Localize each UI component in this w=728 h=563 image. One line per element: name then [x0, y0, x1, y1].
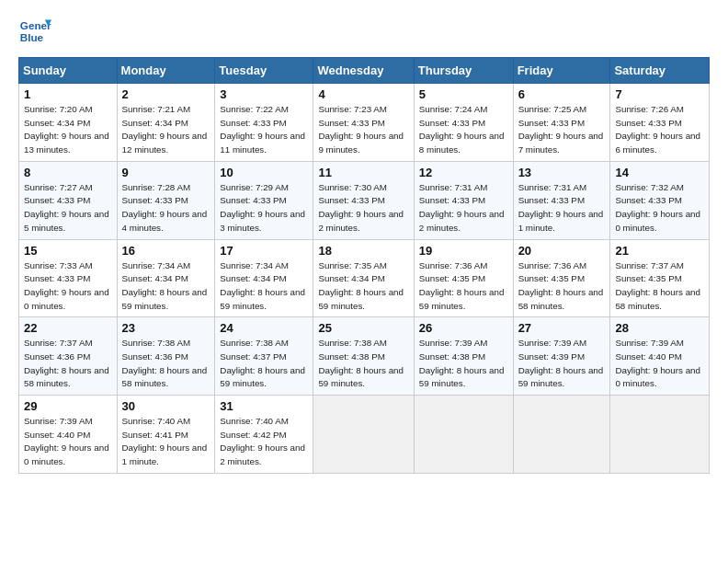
day-cell	[610, 396, 710, 474]
day-number: 19	[419, 244, 508, 258]
day-info: Sunrise: 7:35 AMSunset: 4:34 PMDaylight:…	[318, 259, 408, 314]
day-number: 30	[122, 399, 210, 413]
day-cell: 30Sunrise: 7:40 AMSunset: 4:41 PMDayligh…	[117, 396, 215, 474]
header: General Blue	[18, 15, 710, 48]
day-info: Sunrise: 7:29 AMSunset: 4:33 PMDaylight:…	[220, 181, 308, 236]
day-number: 11	[318, 166, 408, 179]
day-cell: 5Sunrise: 7:24 AMSunset: 4:33 PMDaylight…	[414, 84, 513, 162]
day-number: 20	[518, 244, 606, 258]
day-cell: 29Sunrise: 7:39 AMSunset: 4:40 PMDayligh…	[19, 396, 118, 474]
day-cell: 18Sunrise: 7:35 AMSunset: 4:34 PMDayligh…	[313, 239, 414, 317]
day-cell: 23Sunrise: 7:38 AMSunset: 4:36 PMDayligh…	[117, 317, 215, 396]
day-info: Sunrise: 7:38 AMSunset: 4:37 PMDaylight:…	[220, 337, 308, 391]
weekday-header-monday: Monday	[117, 58, 215, 84]
weekday-header-friday: Friday	[513, 58, 610, 84]
day-number: 3	[220, 87, 308, 101]
day-info: Sunrise: 7:27 AMSunset: 4:33 PMDaylight:…	[24, 181, 112, 236]
day-number: 12	[419, 166, 508, 179]
weekday-header-sunday: Sunday	[19, 58, 118, 84]
day-info: Sunrise: 7:36 AMSunset: 4:35 PMDaylight:…	[518, 259, 606, 314]
weekday-header-saturday: Saturday	[610, 58, 710, 84]
day-cell: 3Sunrise: 7:22 AMSunset: 4:33 PMDaylight…	[215, 84, 313, 162]
day-number: 25	[318, 321, 408, 335]
day-cell: 25Sunrise: 7:38 AMSunset: 4:38 PMDayligh…	[313, 317, 414, 396]
day-info: Sunrise: 7:37 AMSunset: 4:36 PMDaylight:…	[24, 337, 112, 391]
day-number: 15	[24, 244, 112, 258]
day-number: 7	[615, 87, 704, 101]
day-cell: 6Sunrise: 7:25 AMSunset: 4:33 PMDaylight…	[513, 84, 610, 162]
day-cell: 27Sunrise: 7:39 AMSunset: 4:39 PMDayligh…	[513, 317, 610, 396]
day-cell	[414, 396, 513, 474]
page: General Blue SundayMondayTuesdayWednesda…	[0, 0, 728, 563]
day-info: Sunrise: 7:39 AMSunset: 4:38 PMDaylight:…	[419, 337, 508, 391]
day-number: 5	[419, 87, 508, 101]
day-info: Sunrise: 7:32 AMSunset: 4:33 PMDaylight:…	[615, 181, 704, 236]
logo-icon: General Blue	[18, 15, 51, 48]
day-info: Sunrise: 7:31 AMSunset: 4:33 PMDaylight:…	[518, 181, 606, 236]
day-number: 27	[518, 321, 606, 335]
day-number: 21	[615, 244, 704, 258]
day-info: Sunrise: 7:26 AMSunset: 4:33 PMDaylight:…	[615, 103, 704, 157]
day-cell: 20Sunrise: 7:36 AMSunset: 4:35 PMDayligh…	[513, 239, 610, 317]
day-info: Sunrise: 7:38 AMSunset: 4:36 PMDaylight:…	[122, 337, 210, 391]
week-row-4: 22Sunrise: 7:37 AMSunset: 4:36 PMDayligh…	[19, 317, 710, 396]
day-number: 18	[318, 244, 408, 258]
day-number: 6	[518, 87, 606, 101]
day-number: 4	[318, 87, 408, 101]
day-cell	[313, 396, 414, 474]
day-info: Sunrise: 7:39 AMSunset: 4:39 PMDaylight:…	[518, 337, 606, 391]
calendar-table: SundayMondayTuesdayWednesdayThursdayFrid…	[18, 57, 710, 474]
day-info: Sunrise: 7:25 AMSunset: 4:33 PMDaylight:…	[518, 103, 606, 157]
day-info: Sunrise: 7:36 AMSunset: 4:35 PMDaylight:…	[419, 259, 508, 314]
day-cell: 8Sunrise: 7:27 AMSunset: 4:33 PMDaylight…	[19, 161, 118, 239]
day-info: Sunrise: 7:37 AMSunset: 4:35 PMDaylight:…	[615, 259, 704, 314]
day-cell: 4Sunrise: 7:23 AMSunset: 4:33 PMDaylight…	[313, 84, 414, 162]
day-cell: 16Sunrise: 7:34 AMSunset: 4:34 PMDayligh…	[117, 239, 215, 317]
day-cell: 22Sunrise: 7:37 AMSunset: 4:36 PMDayligh…	[19, 317, 118, 396]
day-number: 28	[615, 321, 704, 335]
day-number: 13	[518, 166, 606, 179]
day-info: Sunrise: 7:38 AMSunset: 4:38 PMDaylight:…	[318, 337, 408, 391]
week-row-2: 8Sunrise: 7:27 AMSunset: 4:33 PMDaylight…	[19, 161, 710, 239]
day-cell: 12Sunrise: 7:31 AMSunset: 4:33 PMDayligh…	[414, 161, 513, 239]
week-row-1: 1Sunrise: 7:20 AMSunset: 4:34 PMDaylight…	[19, 84, 710, 162]
day-info: Sunrise: 7:24 AMSunset: 4:33 PMDaylight:…	[419, 103, 508, 157]
day-cell: 24Sunrise: 7:38 AMSunset: 4:37 PMDayligh…	[215, 317, 313, 396]
day-number: 14	[615, 166, 704, 179]
day-cell: 10Sunrise: 7:29 AMSunset: 4:33 PMDayligh…	[215, 161, 313, 239]
day-number: 29	[24, 399, 112, 413]
day-number: 26	[419, 321, 508, 335]
day-info: Sunrise: 7:28 AMSunset: 4:33 PMDaylight:…	[122, 181, 210, 236]
day-number: 10	[220, 166, 308, 179]
weekday-header-tuesday: Tuesday	[215, 58, 313, 84]
day-cell: 15Sunrise: 7:33 AMSunset: 4:33 PMDayligh…	[19, 239, 118, 317]
day-info: Sunrise: 7:30 AMSunset: 4:33 PMDaylight:…	[318, 181, 408, 236]
day-info: Sunrise: 7:40 AMSunset: 4:42 PMDaylight:…	[220, 415, 308, 469]
day-number: 31	[220, 399, 308, 413]
day-cell: 28Sunrise: 7:39 AMSunset: 4:40 PMDayligh…	[610, 317, 710, 396]
day-cell: 7Sunrise: 7:26 AMSunset: 4:33 PMDaylight…	[610, 84, 710, 162]
day-number: 2	[122, 87, 210, 101]
svg-text:Blue: Blue	[20, 31, 44, 43]
day-info: Sunrise: 7:21 AMSunset: 4:34 PMDaylight:…	[122, 103, 210, 157]
day-number: 24	[220, 321, 308, 335]
day-info: Sunrise: 7:34 AMSunset: 4:34 PMDaylight:…	[122, 259, 210, 314]
day-info: Sunrise: 7:31 AMSunset: 4:33 PMDaylight:…	[419, 181, 508, 236]
day-cell: 9Sunrise: 7:28 AMSunset: 4:33 PMDaylight…	[117, 161, 215, 239]
day-cell: 21Sunrise: 7:37 AMSunset: 4:35 PMDayligh…	[610, 239, 710, 317]
logo: General Blue	[18, 15, 51, 48]
weekday-header-wednesday: Wednesday	[313, 58, 414, 84]
day-cell: 14Sunrise: 7:32 AMSunset: 4:33 PMDayligh…	[610, 161, 710, 239]
day-info: Sunrise: 7:40 AMSunset: 4:41 PMDaylight:…	[122, 415, 210, 469]
day-cell: 17Sunrise: 7:34 AMSunset: 4:34 PMDayligh…	[215, 239, 313, 317]
day-number: 8	[24, 166, 112, 179]
weekday-header-thursday: Thursday	[414, 58, 513, 84]
day-number: 16	[122, 244, 210, 258]
day-info: Sunrise: 7:39 AMSunset: 4:40 PMDaylight:…	[615, 337, 704, 391]
day-info: Sunrise: 7:23 AMSunset: 4:33 PMDaylight:…	[318, 103, 408, 157]
day-cell: 13Sunrise: 7:31 AMSunset: 4:33 PMDayligh…	[513, 161, 610, 239]
day-info: Sunrise: 7:20 AMSunset: 4:34 PMDaylight:…	[24, 103, 112, 157]
day-cell: 1Sunrise: 7:20 AMSunset: 4:34 PMDaylight…	[19, 84, 118, 162]
day-cell: 11Sunrise: 7:30 AMSunset: 4:33 PMDayligh…	[313, 161, 414, 239]
day-cell: 2Sunrise: 7:21 AMSunset: 4:34 PMDaylight…	[117, 84, 215, 162]
